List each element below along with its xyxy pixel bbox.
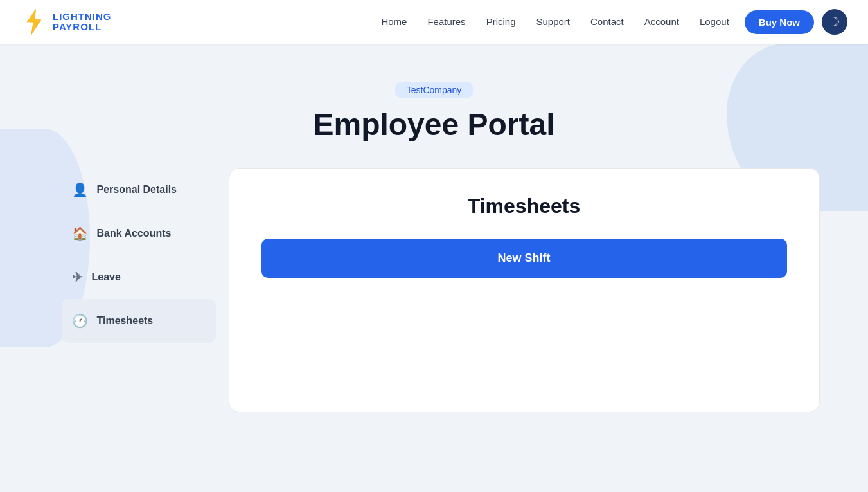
nav-link-logout[interactable]: Logout	[700, 16, 729, 27]
logo[interactable]: LIGHTNING PAYROLL	[21, 8, 112, 35]
sidebar: 👤 Personal Details 🏠 Bank Accounts ✈ Lea…	[49, 168, 229, 343]
nav-link-support[interactable]: Support	[536, 16, 570, 27]
nav-link-pricing[interactable]: Pricing	[486, 16, 516, 27]
timesheets-panel: Timesheets New Shift	[229, 168, 820, 412]
lightning-logo-icon	[21, 8, 48, 35]
sidebar-label-bank-accounts: Bank Accounts	[97, 228, 172, 239]
clock-icon: 🕐	[72, 313, 88, 329]
navbar: LIGHTNING PAYROLL Home Features Pricing …	[0, 0, 868, 44]
nav-link-features[interactable]: Features	[427, 16, 465, 27]
page-title: Employee Portal	[313, 107, 554, 142]
sidebar-item-bank-accounts[interactable]: 🏠 Bank Accounts	[62, 212, 216, 255]
nav-link-home[interactable]: Home	[381, 16, 407, 27]
logo-text-payroll: PAYROLL	[53, 22, 112, 33]
logo-text-lightning: LIGHTNING	[53, 12, 112, 23]
moon-icon: ☽	[829, 15, 840, 29]
main-layout: 👤 Personal Details 🏠 Bank Accounts ✈ Lea…	[49, 168, 820, 412]
nav-links: Home Features Pricing Support Contact Ac…	[381, 16, 729, 28]
sidebar-item-leave[interactable]: ✈ Leave	[62, 255, 216, 299]
sidebar-item-personal-details[interactable]: 👤 Personal Details	[62, 168, 216, 212]
new-shift-button[interactable]: New Shift	[261, 239, 787, 278]
house-icon: 🏠	[72, 226, 88, 241]
person-icon: 👤	[72, 182, 88, 197]
sidebar-label-leave: Leave	[92, 271, 121, 283]
page-content: TestCompany Employee Portal 👤 Personal D…	[0, 44, 868, 412]
sidebar-label-personal-details: Personal Details	[97, 184, 177, 196]
panel-title: Timesheets	[261, 194, 787, 218]
sidebar-item-timesheets[interactable]: 🕐 Timesheets	[62, 299, 216, 343]
dark-mode-button[interactable]: ☽	[822, 9, 847, 35]
nav-link-contact[interactable]: Contact	[590, 16, 624, 27]
sidebar-label-timesheets: Timesheets	[97, 315, 154, 327]
company-badge: TestCompany	[395, 82, 474, 98]
plane-icon: ✈	[72, 269, 83, 285]
nav-link-account[interactable]: Account	[644, 16, 679, 27]
buy-now-button[interactable]: Buy Now	[745, 10, 814, 34]
